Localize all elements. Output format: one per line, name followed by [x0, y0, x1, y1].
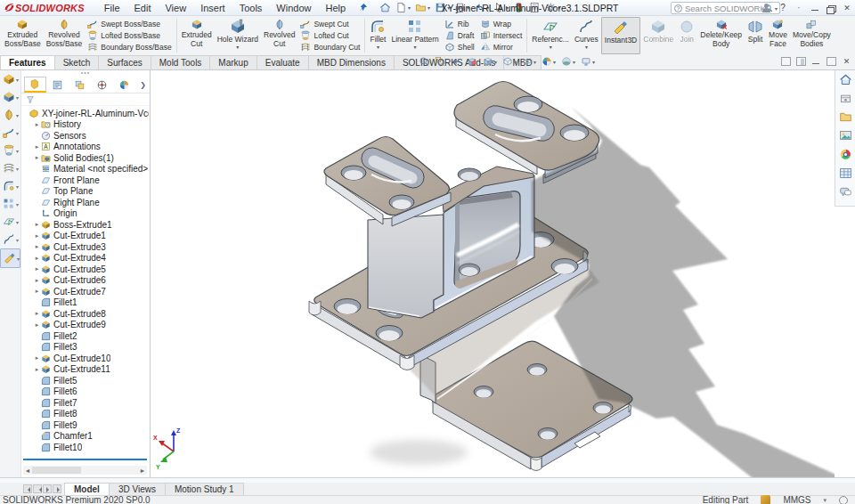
- task-pane-tab[interactable]: [835, 70, 855, 89]
- ribbon-button[interactable]: Split ▾: [745, 17, 766, 54]
- tree-item[interactable]: ▸Material <not specified>: [21, 164, 149, 175]
- left-tool-button[interactable]: ▾: [0, 88, 20, 106]
- ribbon-tab[interactable]: Evaluate: [256, 55, 309, 69]
- ribbon-button[interactable]: Delete/KeepBody ▾: [697, 17, 745, 54]
- tree-item[interactable]: ▸Cut-Extrude10: [21, 353, 149, 364]
- headsup-button[interactable]: ▾: [449, 56, 463, 67]
- ribbon-button[interactable]: Linear Pattern ▾: [388, 17, 441, 54]
- tree-item[interactable]: ▸Fillet5: [21, 375, 149, 386]
- tree-item[interactable]: ▸Boss-Extrude1: [21, 219, 149, 231]
- tree-item[interactable]: ▸Top Plane: [21, 186, 149, 198]
- task-pane-tab[interactable]: [835, 164, 855, 183]
- manager-tabs-more-icon[interactable]: ❯: [140, 81, 146, 89]
- viewport-pane-icon[interactable]: [796, 57, 806, 66]
- tab-nav-arrow[interactable]: [53, 484, 61, 493]
- tree-item[interactable]: ▸XY-joiner-RL-Aluminum-Vcore3.1 (D: [21, 108, 149, 119]
- ribbon-tab[interactable]: Surfaces: [98, 55, 151, 69]
- left-tool-button[interactable]: ▾: [0, 195, 20, 213]
- left-tool-button[interactable]: ▾: [0, 124, 20, 142]
- ribbon-button[interactable]: ▾: [364, 19, 365, 53]
- tab-nav-arrow[interactable]: [43, 484, 52, 493]
- ribbon-button[interactable]: ▾ RibDraftShell: [442, 17, 477, 54]
- ribbon-button[interactable]: RevolvedCut ▾: [261, 17, 297, 54]
- document-tab[interactable]: Model: [64, 483, 110, 495]
- headsup-button[interactable]: ▾: [579, 56, 597, 67]
- tree-item[interactable]: ▸Cut-Extrude6: [21, 275, 149, 287]
- headsup-button[interactable]: ▾: [481, 56, 499, 67]
- tree-item[interactable]: ▸Fillet2: [21, 330, 149, 342]
- tree-item[interactable]: ▸Fillet3: [21, 342, 149, 354]
- rollback-bar[interactable]: [23, 459, 147, 460]
- tree-item[interactable]: ▸Fillet10: [21, 442, 149, 453]
- menu-item[interactable]: Tools: [232, 2, 270, 14]
- left-tool-button[interactable]: ▾: [0, 106, 20, 124]
- manager-tab[interactable]: [69, 77, 91, 93]
- ribbon-button[interactable]: Curves ▾: [572, 17, 601, 54]
- headsup-button[interactable]: ▾: [417, 56, 431, 67]
- ribbon-button[interactable]: Instant3D ▾: [601, 17, 640, 54]
- window-control[interactable]: [777, 2, 789, 14]
- menu-item[interactable]: View: [158, 2, 193, 14]
- ribbon-button[interactable]: ▾ Swept CutLofted CutBoundary Cut: [297, 17, 362, 54]
- qat-button[interactable]: ▾: [378, 2, 393, 13]
- tree-item[interactable]: ▸Cut-Extrude3: [21, 241, 149, 253]
- ribbon-tab[interactable]: Sketch: [54, 55, 100, 69]
- headsup-button[interactable]: ▾: [520, 56, 538, 67]
- status-units[interactable]: MMGS: [783, 495, 810, 504]
- viewport-split-icon[interactable]: [781, 57, 791, 66]
- ribbon-tab[interactable]: Features: [0, 55, 55, 69]
- document-tab[interactable]: Motion Study 1: [165, 483, 244, 495]
- ribbon-button[interactable]: RevolvedBoss/Base ▾: [44, 17, 86, 54]
- task-pane-tab[interactable]: [835, 126, 855, 145]
- task-pane-tab[interactable]: [835, 108, 855, 126]
- ribbon-button[interactable]: ▾: [176, 19, 177, 53]
- tree-item[interactable]: ▸Fillet7: [21, 397, 149, 409]
- headsup-button[interactable]: ▾: [540, 56, 558, 67]
- tab-nav-arrow[interactable]: [23, 484, 32, 493]
- left-tool-button[interactable]: ▾: [0, 159, 20, 177]
- left-tool-button[interactable]: ▾: [0, 248, 20, 268]
- tree-filter-row[interactable]: [21, 93, 150, 106]
- tree-item[interactable]: ▸Cut-Extrude8: [21, 308, 149, 320]
- tree-item[interactable]: ▸Fillet1: [21, 297, 149, 309]
- window-control[interactable]: [809, 2, 821, 14]
- ribbon-button[interactable]: Move/CopyBodies ▾: [790, 17, 834, 54]
- manager-tab[interactable]: [113, 77, 135, 93]
- ribbon-button[interactable]: ▾ WrapIntersectMirror: [477, 17, 525, 54]
- tree-horizontal-scrollbar[interactable]: ◄►: [23, 466, 147, 475]
- ribbon-tab[interactable]: Mold Tools: [151, 55, 211, 69]
- task-pane-tab[interactable]: [835, 183, 855, 201]
- tree-item[interactable]: ▸Fillet8: [21, 409, 149, 420]
- manager-tab[interactable]: [24, 77, 46, 93]
- tree-item[interactable]: ▸Cut-Extrude9: [21, 320, 149, 331]
- doc-close-icon[interactable]: ✕: [842, 57, 851, 66]
- task-pane-tab[interactable]: [835, 145, 855, 164]
- ribbon-tab[interactable]: Markup: [209, 55, 256, 69]
- qat-button[interactable]: ▾: [394, 2, 412, 13]
- ribbon-button[interactable]: Hole Wizard ▾: [215, 17, 261, 54]
- window-control[interactable]: [825, 2, 837, 14]
- ribbon-button[interactable]: Fillet ▾: [367, 17, 388, 54]
- left-tool-button[interactable]: ▾: [0, 177, 20, 195]
- model-left-ear-plate[interactable]: [324, 137, 451, 227]
- tree-item[interactable]: ▸Solid Bodies(1): [21, 152, 149, 164]
- left-tool-button[interactable]: ▾: [0, 142, 20, 159]
- tree-item[interactable]: ▸Chamfer1: [21, 431, 149, 443]
- tree-item[interactable]: ▸History: [21, 119, 149, 131]
- left-tool-button[interactable]: ▾: [0, 213, 20, 231]
- headsup-button[interactable]: ▾: [465, 56, 479, 67]
- tree-item[interactable]: ▸Front Plane: [21, 175, 149, 186]
- menu-item[interactable]: Help: [318, 2, 353, 14]
- headsup-button[interactable]: ▾: [501, 56, 518, 67]
- window-control[interactable]: [793, 2, 805, 14]
- ribbon-button[interactable]: Referenc... ▾: [529, 17, 572, 54]
- menu-item[interactable]: File: [97, 2, 127, 14]
- menu-item[interactable]: Window: [269, 2, 318, 14]
- ribbon-tab[interactable]: MBD Dimensions: [308, 55, 395, 69]
- headsup-button[interactable]: ▾: [559, 56, 577, 67]
- tree-item[interactable]: ▸Cut-Extrude1: [21, 231, 149, 242]
- doc-restore-icon[interactable]: [826, 57, 836, 66]
- window-control[interactable]: [761, 2, 773, 14]
- left-tool-button[interactable]: ▾: [0, 231, 20, 248]
- manager-tab[interactable]: [91, 77, 113, 93]
